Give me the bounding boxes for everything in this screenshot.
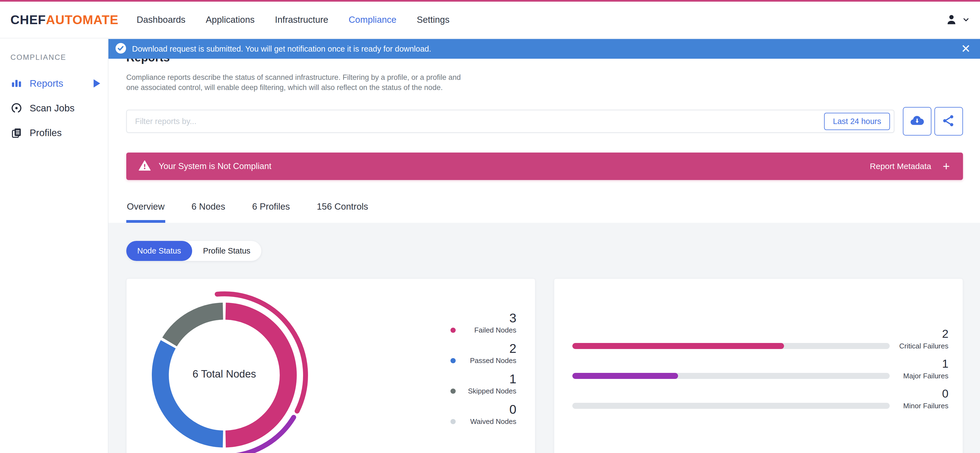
severity-label: Minor Failures [903,402,948,410]
compliance-status-text: Your System is Not Compliant [159,161,272,171]
main-content: Reports Compliance reports describe the … [108,38,980,453]
reports-header-section: Reports Compliance reports describe the … [108,38,980,223]
chevron-down-icon [962,16,970,24]
legend-value: 2 [450,342,516,355]
expand-metadata-icon[interactable]: + [943,160,950,172]
logo-chef: CHEF [10,13,46,27]
node-status-legend: 3Failed Nodes2Passed Nodes1Skipped Nodes… [450,312,516,434]
severity-row: 2Critical Failures [554,331,963,361]
legend-dot-icon [450,388,456,394]
nav-item-infrastructure[interactable]: Infrastructure [275,14,328,25]
close-icon[interactable]: ✕ [961,43,970,55]
nav-item-settings[interactable]: Settings [417,14,449,25]
legend-item: 1Skipped Nodes [450,373,516,395]
sidebar-item-label: Scan Jobs [30,103,75,114]
severity-value: 1 [942,358,948,370]
severity-value: 2 [942,328,948,340]
legend-value: 1 [450,373,516,385]
filter-box: Last 24 hours [126,110,894,133]
progress-track [572,373,890,379]
legend-dot-icon [450,327,456,333]
top-accent-line [0,0,980,2]
filter-row: Last 24 hours [126,107,963,135]
bar-chart-icon [10,77,22,89]
top-navbar: CHEFAUTOMATE Dashboards Applications Inf… [0,2,980,38]
check-circle-icon [115,43,127,55]
sidebar-header: COMPLIANCE [10,53,108,62]
tab-controls[interactable]: 156 Controls [316,193,369,223]
legend-value: 3 [450,312,516,324]
share-report-button[interactable] [934,107,963,135]
chevron-right-icon [94,79,100,87]
legend-dot-icon [450,419,456,424]
report-tabs: Overview 6 Nodes 6 Profiles 156 Controls [126,193,963,223]
legend-item: 0Waived Nodes [450,403,516,426]
logo-automate: AUTOMATE [46,13,118,27]
warning-icon [138,159,151,173]
sidebar-item-label: Profiles [30,127,62,138]
progress-fill [572,373,678,379]
cloud-download-icon [910,113,925,129]
overview-cards: 6 Total Nodes 3Failed Nodes2Passed Nodes… [126,278,963,453]
not-compliant-banner[interactable]: Your System is Not Compliant Report Meta… [126,153,963,180]
severity-row: 1Major Failures [554,361,963,391]
donut-segment [170,311,223,342]
sidebar-item-label: Reports [30,78,64,89]
chef-automate-logo[interactable]: CHEFAUTOMATE [10,12,119,27]
progress-track [572,403,890,409]
severity-row: 0Minor Failures [554,391,963,421]
failure-severity-card: 2Critical Failures1Major Failures0Minor … [554,278,963,453]
legend-dot-icon [450,358,456,363]
severity-bars: 2Critical Failures1Major Failures0Minor … [554,279,963,421]
legend-label: Waived Nodes [470,417,516,426]
nav-item-dashboards[interactable]: Dashboards [137,14,186,25]
documents-icon [10,127,22,139]
donut-center-label: 6 Total Nodes [169,368,279,380]
severity-label: Critical Failures [899,342,948,350]
tab-overview[interactable]: Overview [126,193,165,223]
legend-label: Skipped Nodes [468,387,516,396]
sidebar-item-scan-jobs[interactable]: Scan Jobs [0,97,108,119]
progress-track [572,343,890,349]
toggle-profile-status[interactable]: Profile Status [192,241,261,261]
legend-value: 0 [450,403,516,416]
legend-label: Failed Nodes [474,326,516,334]
severity-label: Major Failures [903,372,948,380]
toggle-node-status[interactable]: Node Status [126,241,192,261]
download-report-button[interactable] [903,107,931,135]
radar-icon [10,102,22,114]
page-description: Compliance reports describe the status o… [126,72,475,93]
nav-item-compliance[interactable]: Compliance [348,14,396,25]
donut-segment [160,344,223,439]
overview-section: Node Status Profile Status 6 Total Nodes… [108,223,980,453]
report-metadata-label[interactable]: Report Metadata [870,162,931,171]
sidebar-item-profiles[interactable]: Profiles [0,122,108,143]
filter-reports-input[interactable] [135,117,819,126]
nav-item-applications[interactable]: Applications [206,14,255,25]
user-icon [945,13,958,26]
nav-links: Dashboards Applications Infrastructure C… [137,14,470,25]
time-range-button[interactable]: Last 24 hours [824,113,890,130]
legend-label: Passed Nodes [470,356,516,365]
notification-message: Download request is submitted. You will … [132,45,431,54]
legend-item: 3Failed Nodes [450,312,516,334]
tab-profiles[interactable]: 6 Profiles [251,193,290,223]
tab-nodes[interactable]: 6 Nodes [191,193,226,223]
severity-value: 0 [942,388,948,399]
legend-item: 2Passed Nodes [450,342,516,365]
compliance-sidebar: COMPLIANCE Reports Scan Jobs Profiles [0,38,108,453]
progress-fill [572,343,784,349]
share-icon [942,114,956,129]
node-status-card: 6 Total Nodes 3Failed Nodes2Passed Nodes… [126,278,535,453]
download-notification-banner: Download request is submitted. You will … [108,39,980,59]
sidebar-item-reports[interactable]: Reports [0,73,108,94]
user-menu[interactable] [945,13,970,26]
status-toggle: Node Status Profile Status [126,241,261,261]
